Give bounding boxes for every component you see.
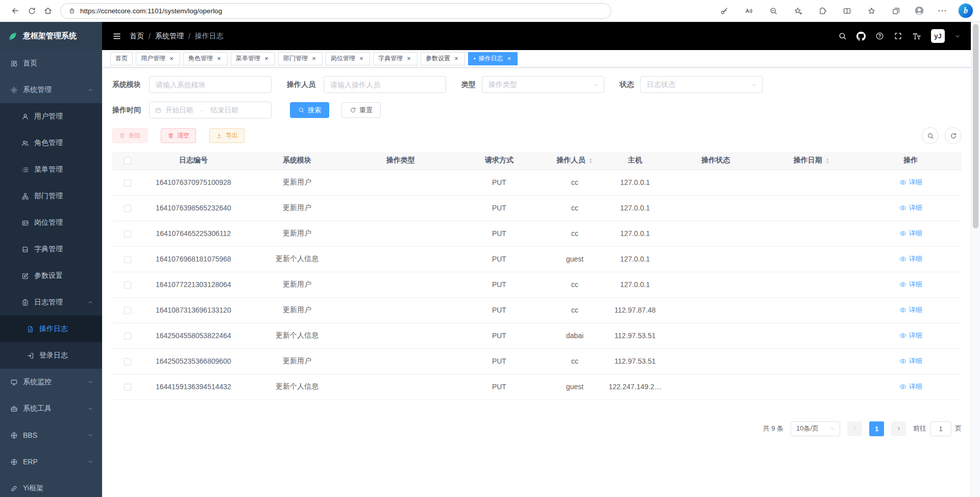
detail-link[interactable]: 详细 [899, 331, 922, 340]
close-icon[interactable]: × [310, 55, 317, 62]
extensions-icon[interactable] [814, 3, 830, 19]
sidebar-item-operation-log[interactable]: 操作日志 [0, 316, 102, 342]
close-icon[interactable]: × [263, 55, 270, 62]
detail-link[interactable]: 详细 [899, 305, 922, 315]
header-search-icon[interactable] [838, 32, 847, 40]
add-favorite-icon[interactable] [790, 3, 806, 19]
close-icon[interactable]: × [453, 55, 460, 62]
more-options-icon[interactable]: ⋯ [934, 3, 950, 19]
close-icon[interactable]: × [405, 55, 412, 62]
sidebar-item-yi-framework[interactable]: Yi框架 [0, 475, 102, 497]
chevron-down-icon[interactable] [954, 33, 961, 39]
favorites-icon[interactable] [863, 3, 879, 19]
row-checkbox[interactable] [124, 307, 131, 314]
refresh-table-button[interactable] [945, 127, 962, 144]
fold-sidebar-icon[interactable] [108, 28, 126, 45]
sidebar-item-bbs[interactable]: BBS [0, 422, 102, 448]
split-screen-icon[interactable] [839, 3, 855, 19]
sidebar-item-parameter-settings[interactable]: 参数设置 [0, 263, 102, 289]
next-page-button[interactable] [891, 421, 906, 436]
detail-link[interactable]: 详细 [899, 229, 922, 238]
row-checkbox[interactable] [124, 333, 131, 340]
goto-page-input[interactable] [930, 421, 951, 436]
font-size-icon[interactable] [912, 32, 921, 41]
detail-link[interactable]: 详细 [899, 280, 922, 289]
reset-button[interactable]: 重置 [341, 102, 381, 118]
sidebar-item-post-management[interactable]: 岗位管理 [0, 209, 102, 236]
fullscreen-icon[interactable] [894, 32, 902, 40]
row-checkbox[interactable] [124, 179, 131, 186]
breadcrumb-system-management[interactable]: 系统管理 [155, 32, 184, 41]
sidebar-item-department-management[interactable]: 部门管理 [0, 183, 102, 209]
browser-back-button[interactable] [7, 3, 23, 19]
sort-carets[interactable]: ▲▼ [825, 158, 830, 164]
sidebar-item-log-management[interactable]: 日志管理 [0, 289, 102, 316]
sidebar-item-role-management[interactable]: 角色管理 [0, 130, 102, 156]
browser-home-button[interactable] [40, 3, 56, 19]
delete-button[interactable]: 删除 [112, 128, 148, 143]
column-date[interactable]: 操作日期▲▼ [764, 152, 860, 170]
sidebar-item-system-monitor[interactable]: 系统监控 [0, 369, 102, 395]
detail-link[interactable]: 详细 [899, 254, 922, 264]
read-aloud-icon[interactable] [741, 3, 757, 19]
detail-link[interactable]: 详细 [899, 178, 922, 187]
profile-avatar[interactable] [912, 4, 926, 18]
type-select[interactable]: 操作类型 [482, 76, 604, 93]
search-button[interactable]: 搜索 [290, 102, 329, 118]
toggle-search-button[interactable] [922, 127, 939, 144]
page-1-button[interactable]: 1 [869, 421, 884, 436]
tab-department-management[interactable]: 部门管理× [278, 52, 323, 65]
tab-dictionary-management[interactable]: 字典管理× [373, 52, 418, 65]
zoom-out-icon[interactable] [765, 3, 781, 19]
select-all-checkbox[interactable] [124, 157, 131, 164]
sidebar-item-home[interactable]: 首页 [0, 50, 102, 77]
breadcrumb-home[interactable]: 首页 [130, 32, 144, 41]
sidebar-item-erp[interactable]: ERP [0, 448, 102, 475]
tab-parameter-settings[interactable]: 参数设置× [421, 52, 465, 65]
tab-post-management[interactable]: 岗位管理× [326, 52, 370, 65]
user-avatar-logo[interactable]: yJ [931, 29, 945, 43]
detail-link[interactable]: 详细 [899, 357, 922, 366]
sort-carets[interactable]: ▲▼ [588, 158, 593, 164]
row-checkbox[interactable] [124, 358, 131, 365]
close-icon[interactable]: × [168, 55, 175, 62]
vertical-scrollbar[interactable] [971, 22, 980, 497]
scrollbar-thumb[interactable] [973, 24, 978, 228]
operator-input[interactable] [324, 76, 446, 93]
sidebar-item-login-log[interactable]: 登录日志 [0, 342, 102, 369]
detail-link[interactable]: 详细 [899, 203, 922, 212]
help-icon[interactable] [875, 32, 884, 40]
row-checkbox[interactable] [124, 281, 131, 289]
tab-menu-management[interactable]: 菜单管理× [231, 52, 275, 65]
tab-operation-log[interactable]: ●操作日志× [468, 52, 518, 65]
sidebar-item-dictionary-management[interactable]: 字典管理 [0, 236, 102, 263]
tab-home[interactable]: 首页 [110, 52, 133, 65]
close-icon[interactable]: × [358, 55, 365, 62]
close-icon[interactable]: × [505, 55, 512, 62]
sidebar-item-user-management[interactable]: 用户管理 [0, 103, 102, 130]
column-operator[interactable]: 操作人员▲▼ [547, 152, 602, 170]
password-key-icon[interactable] [716, 3, 732, 19]
page-size-select[interactable]: 10条/页 [791, 421, 840, 436]
row-checkbox[interactable] [124, 384, 131, 391]
collections-icon[interactable] [888, 3, 904, 19]
status-select[interactable]: 日志状态 [640, 76, 763, 93]
copilot-icon[interactable]: b [959, 4, 973, 18]
row-checkbox[interactable] [124, 230, 131, 238]
row-checkbox[interactable] [124, 256, 131, 263]
date-range-picker[interactable]: 开始日期 - 结束日期 [149, 102, 272, 119]
github-icon[interactable] [856, 32, 866, 41]
detail-link[interactable]: 详细 [899, 382, 922, 391]
sidebar-item-menu-management[interactable]: 菜单管理 [0, 156, 102, 183]
clear-button[interactable]: 清空 [161, 128, 196, 143]
tab-user-management[interactable]: 用户管理× [136, 52, 180, 65]
row-checkbox[interactable] [124, 205, 131, 212]
sidebar-item-system-management[interactable]: 系统管理 [0, 77, 102, 103]
prev-page-button[interactable] [847, 421, 862, 436]
tab-role-management[interactable]: 角色管理× [183, 52, 228, 65]
address-bar[interactable]: https://ccnetcore.com:1101/system/log/op… [60, 3, 611, 19]
export-button[interactable]: 导出 [209, 128, 244, 143]
browser-refresh-button[interactable] [23, 3, 40, 19]
module-input[interactable] [149, 76, 272, 93]
close-icon[interactable]: × [215, 55, 223, 62]
